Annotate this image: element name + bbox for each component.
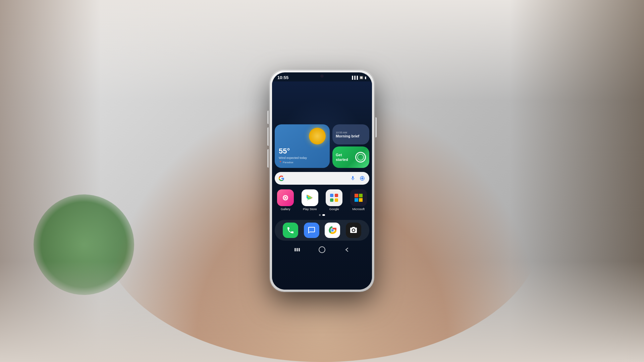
- phone-wrapper: 10:55 ▐▐▐ 🔲 ▮ 55° Wind expected today: [270, 70, 374, 292]
- page-dot-2: [322, 214, 325, 216]
- location-name: Paradise: [283, 161, 293, 164]
- morning-brief-title: Morning brief: [336, 134, 366, 138]
- playstore-label: Play Store: [303, 207, 317, 211]
- app-google[interactable]: Google: [323, 189, 345, 211]
- dock-messages[interactable]: [304, 223, 319, 238]
- status-time: 10:55: [277, 75, 288, 80]
- power-button: [375, 117, 377, 137]
- svg-rect-27: [297, 248, 298, 251]
- playstore-icon: [302, 189, 318, 206]
- spiral-icon: [355, 152, 366, 163]
- svg-rect-28: [299, 248, 300, 251]
- app-gallery[interactable]: Gallery: [275, 189, 297, 211]
- weather-description: Wind expected today: [279, 156, 326, 160]
- page-dot-1: [319, 214, 321, 216]
- svg-point-1: [361, 177, 363, 179]
- get-started-widget[interactable]: Get started: [332, 146, 369, 168]
- svg-rect-18: [335, 198, 338, 202]
- svg-point-6: [286, 196, 287, 197]
- spiral-inner: [357, 154, 364, 161]
- svg-point-7: [284, 199, 285, 200]
- app-grid: Gallery: [275, 189, 369, 211]
- svg-rect-20: [359, 194, 363, 197]
- gallery-label: Gallery: [281, 207, 290, 211]
- dock-camera[interactable]: [346, 223, 361, 238]
- weather-location: 📍 Paradise: [279, 161, 326, 164]
- volume-up-button: [267, 111, 269, 124]
- svg-rect-16: [335, 194, 338, 197]
- app-microsoft[interactable]: Microsoft: [348, 189, 370, 211]
- microphone-icon[interactable]: [349, 175, 357, 182]
- svg-rect-15: [330, 194, 333, 197]
- app-playstore[interactable]: Play Store: [299, 189, 321, 211]
- get-started-label: Get started: [336, 153, 355, 162]
- svg-point-4: [285, 197, 286, 199]
- front-camera: [320, 74, 324, 78]
- svg-point-8: [286, 199, 287, 200]
- widgets-row: 55° Wind expected today 📍 Paradise 10:55…: [275, 124, 369, 168]
- back-button[interactable]: [342, 245, 352, 255]
- phone-body: 10:55 ▐▐▐ 🔲 ▮ 55° Wind expected today: [270, 70, 374, 292]
- status-bar: 10:55 ▐▐▐ 🔲 ▮: [272, 72, 372, 81]
- svg-rect-26: [294, 248, 296, 251]
- phone-screen: 10:55 ▐▐▐ 🔲 ▮ 55° Wind expected today: [272, 72, 372, 290]
- gallery-icon: [277, 189, 294, 206]
- morning-brief-widget[interactable]: 10:55 AM Morning brief: [332, 124, 369, 144]
- recents-button[interactable]: [292, 245, 302, 255]
- microsoft-label: Microsoft: [352, 207, 365, 211]
- microsoft-icon: [350, 189, 367, 206]
- svg-point-5: [284, 196, 285, 197]
- right-widgets-column: 10:55 AM Morning brief Get started: [332, 124, 369, 168]
- signal-icon: ▐▐▐: [351, 76, 358, 79]
- sun-icon: [309, 128, 326, 144]
- home-button[interactable]: [317, 245, 327, 255]
- svg-point-25: [331, 229, 333, 231]
- svg-rect-21: [355, 198, 358, 202]
- location-pin-icon: 📍: [279, 161, 282, 164]
- morning-brief-time: 10:55 AM: [336, 131, 366, 134]
- navigation-bar: [275, 242, 369, 259]
- google-search-bar[interactable]: [275, 172, 369, 185]
- google-lens-icon[interactable]: [359, 175, 366, 182]
- svg-rect-17: [330, 198, 333, 202]
- battery-icon: ▮: [365, 76, 367, 79]
- google-apps-icon: [326, 189, 342, 206]
- wifi-icon: 🔲: [359, 76, 363, 79]
- svg-rect-19: [355, 194, 358, 197]
- volume-down-button: [267, 127, 269, 146]
- dock-phone[interactable]: [283, 223, 298, 238]
- status-icons: ▐▐▐ 🔲 ▮: [351, 76, 367, 79]
- svg-rect-22: [359, 198, 363, 202]
- weather-widget[interactable]: 55° Wind expected today 📍 Paradise: [275, 124, 330, 168]
- weather-temperature: 55°: [279, 147, 326, 156]
- bixby-button: [267, 149, 269, 168]
- google-label: Google: [329, 207, 339, 211]
- home-screen: 55° Wind expected today 📍 Paradise 10:55…: [272, 81, 372, 290]
- svg-point-29: [319, 247, 325, 253]
- page-indicator: [275, 214, 369, 216]
- dock-chrome[interactable]: [325, 223, 340, 238]
- google-logo: [278, 175, 285, 182]
- dock: [275, 220, 369, 241]
